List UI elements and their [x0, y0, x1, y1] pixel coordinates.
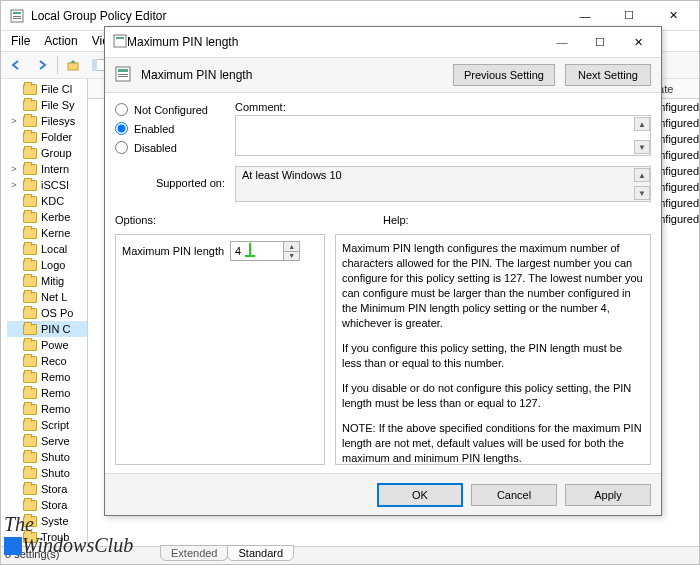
radio-not-configured[interactable]: Not Configured — [115, 103, 225, 116]
help-text-3: If you disable or do not configure this … — [342, 381, 644, 411]
tree-item[interactable]: Truste — [7, 545, 87, 546]
supported-on-value: At least Windows 10 — [242, 169, 342, 181]
comment-label: Comment: — [235, 101, 651, 113]
dialog-minimize-button[interactable]: — — [543, 28, 581, 56]
svg-rect-2 — [13, 16, 21, 17]
tree-item[interactable]: Serve — [7, 433, 87, 449]
policy-name-label: Maximum PIN length — [141, 68, 443, 82]
tree-item[interactable]: Reco — [7, 353, 87, 369]
radio-enabled[interactable]: Enabled — [115, 122, 225, 135]
tab-standard[interactable]: Standard — [227, 545, 294, 561]
tree-item[interactable]: File Cl — [7, 81, 87, 97]
forward-button[interactable] — [31, 54, 53, 76]
detail-tabs: Extended Standard — [160, 545, 293, 561]
tree-item[interactable]: Kerbe — [7, 209, 87, 225]
up-button[interactable] — [62, 54, 84, 76]
tree-item[interactable]: Script — [7, 417, 87, 433]
help-panel: Maximum PIN length configures the maximu… — [335, 234, 651, 465]
cancel-button[interactable]: Cancel — [471, 484, 557, 506]
next-setting-button[interactable]: Next Setting — [565, 64, 651, 86]
help-text-4: NOTE: If the above specified conditions … — [342, 421, 644, 465]
radio-disabled[interactable]: Disabled — [115, 141, 225, 154]
tree-item[interactable]: Logo — [7, 257, 87, 273]
tree-item[interactable]: KDC — [7, 193, 87, 209]
tree-item[interactable]: Powe — [7, 337, 87, 353]
help-text-1: Maximum PIN length configures the maximu… — [342, 241, 644, 331]
dialog-maximize-button[interactable]: ☐ — [581, 28, 619, 56]
tree-item[interactable]: Net L — [7, 289, 87, 305]
svg-rect-12 — [118, 76, 128, 77]
svg-rect-1 — [13, 12, 21, 14]
tree-item[interactable]: Mitig — [7, 273, 87, 289]
menu-action[interactable]: Action — [38, 32, 83, 50]
tree-item[interactable]: Shuto — [7, 465, 87, 481]
tree-item[interactable]: Troub — [7, 529, 87, 545]
tree-item[interactable]: >iSCSI — [7, 177, 87, 193]
statusbar: 8 setting(s) — [1, 546, 699, 564]
options-label: Options: — [115, 214, 383, 226]
tree-item[interactable]: OS Po — [7, 305, 87, 321]
tree-item[interactable]: Remo — [7, 369, 87, 385]
supported-on-label: Supported on: — [115, 177, 225, 189]
tree-item[interactable]: Group — [7, 145, 87, 161]
svg-rect-3 — [13, 18, 21, 19]
tree-item[interactable]: Folder — [7, 129, 87, 145]
tree-item[interactable]: Syste — [7, 513, 87, 529]
dialog-header: Maximum PIN length Previous Setting Next… — [105, 57, 661, 93]
tree-item[interactable]: Local — [7, 241, 87, 257]
tree-item[interactable]: >Filesys — [7, 113, 87, 129]
help-label: Help: — [383, 214, 651, 226]
spinner-arrows[interactable]: ▲▼ — [283, 242, 299, 260]
menu-file[interactable]: File — [5, 32, 36, 50]
tree-item[interactable]: Shuto — [7, 449, 87, 465]
main-title: Local Group Policy Editor — [31, 9, 563, 23]
app-icon — [9, 8, 25, 24]
svg-rect-8 — [116, 37, 124, 39]
tree-pane[interactable]: File ClFile Sy>FilesysFolderGroup>Intern… — [1, 79, 88, 546]
tab-extended[interactable]: Extended — [160, 545, 228, 561]
tree-item[interactable]: Stora — [7, 497, 87, 513]
state-radio-group: Not Configured Enabled Disabled — [115, 101, 225, 156]
supported-on-box: At least Windows 10 ▲▼ — [235, 166, 651, 202]
dialog-title: Maximum PIN length — [127, 35, 543, 49]
svg-rect-7 — [114, 35, 126, 47]
svg-rect-10 — [118, 69, 128, 72]
tree-item[interactable]: Remo — [7, 385, 87, 401]
svg-rect-11 — [118, 74, 128, 75]
ok-button[interactable]: OK — [377, 483, 463, 507]
options-panel: Maximum PIN length 4 ▲▼ — [115, 234, 325, 465]
tree-item[interactable]: PIN C — [7, 321, 87, 337]
svg-rect-6 — [92, 59, 97, 71]
dialog-icon — [113, 34, 127, 50]
policy-icon — [115, 66, 131, 84]
help-text-2: If you configure this policy setting, th… — [342, 341, 644, 371]
tree-item[interactable]: Kerne — [7, 225, 87, 241]
apply-button[interactable]: Apply — [565, 484, 651, 506]
dialog-titlebar: Maximum PIN length — ☐ ✕ — [105, 27, 661, 57]
svg-rect-4 — [68, 63, 78, 70]
policy-dialog: Maximum PIN length — ☐ ✕ Maximum PIN len… — [104, 26, 662, 516]
tree-item[interactable]: File Sy — [7, 97, 87, 113]
tree-item[interactable]: Remo — [7, 401, 87, 417]
option-field-label: Maximum PIN length — [122, 245, 224, 257]
tree-item[interactable]: >Intern — [7, 161, 87, 177]
dialog-footer: OK Cancel Apply — [105, 473, 661, 515]
dialog-close-button[interactable]: ✕ — [619, 28, 657, 56]
max-pin-length-input[interactable]: 4 ▲▼ — [230, 241, 300, 261]
tree-item[interactable]: Stora — [7, 481, 87, 497]
comment-textarea[interactable]: ▲▼ — [235, 115, 651, 156]
back-button[interactable] — [5, 54, 27, 76]
previous-setting-button[interactable]: Previous Setting — [453, 64, 555, 86]
